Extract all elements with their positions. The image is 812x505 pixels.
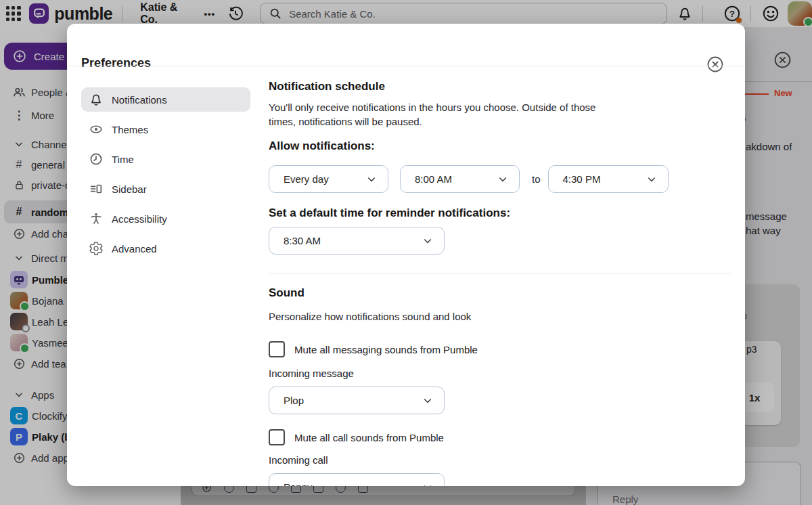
- preferences-modal: Preferences Notifications Themes: [67, 24, 745, 486]
- incoming-call-label: Incoming call: [269, 454, 731, 466]
- selected-value: Poppy: [284, 481, 313, 486]
- reminder-heading: Set a default time for reminder notifica…: [269, 206, 731, 220]
- start-time-select[interactable]: 8:00 AM: [400, 165, 520, 193]
- notifications-settings-content: Notification schedule You'll only receiv…: [269, 66, 731, 486]
- mute-calls-row: Mute all call sounds from Pumble: [269, 429, 731, 445]
- to-label: to: [532, 173, 541, 185]
- selected-value: 8:00 AM: [415, 173, 452, 185]
- sound-description: Personalize how notifications sound and …: [269, 309, 731, 324]
- chevron-down-icon: [366, 174, 377, 185]
- tab-notifications[interactable]: Notifications: [81, 87, 250, 112]
- eye-icon: [88, 122, 104, 137]
- tab-time[interactable]: Time: [81, 147, 250, 171]
- mute-messaging-row: Mute all messaging sounds from Pumble: [269, 341, 731, 357]
- schedule-controls-row: Every day 8:00 AM to 4:30 PM: [269, 165, 731, 193]
- incoming-message-label: Incoming message: [269, 368, 731, 379]
- chevron-down-icon: [646, 174, 657, 185]
- tab-label: Notifications: [112, 94, 167, 106]
- chevron-down-icon: [422, 236, 433, 246]
- allow-notifications-heading: Allow notifications:: [269, 139, 731, 153]
- clock-icon: [88, 152, 104, 167]
- chevron-down-icon: [497, 174, 508, 185]
- tab-label: Time: [112, 154, 134, 165]
- selected-value: 8:30 AM: [284, 235, 321, 246]
- tab-accessibility[interactable]: Accessibility: [81, 206, 250, 231]
- mute-calls-checkbox[interactable]: [269, 429, 285, 445]
- section-description: You'll only receive notifications in the…: [269, 100, 597, 129]
- section-divider: [269, 273, 731, 273]
- tab-label: Accessibility: [112, 213, 167, 225]
- bell-icon: [88, 92, 104, 107]
- accessibility-person-icon: [88, 211, 104, 226]
- tab-label: Themes: [112, 124, 148, 135]
- end-time-select[interactable]: 4:30 PM: [548, 165, 669, 193]
- section-heading-notification-schedule: Notification schedule: [269, 80, 731, 93]
- reminder-time-select[interactable]: 8:30 AM: [269, 227, 445, 255]
- checkbox-label: Mute all call sounds from Pumble: [294, 432, 444, 443]
- gear-icon: [88, 241, 104, 256]
- tab-themes[interactable]: Themes: [81, 117, 250, 141]
- chevron-down-icon: [422, 395, 433, 406]
- selected-value: 4:30 PM: [563, 173, 601, 185]
- checkbox-label: Mute all messaging sounds from Pumble: [294, 344, 478, 355]
- tab-advanced[interactable]: Advanced: [81, 236, 250, 261]
- tab-label: Advanced: [112, 243, 157, 255]
- preferences-nav: Notifications Themes Time: [81, 76, 250, 266]
- mute-messaging-checkbox[interactable]: [269, 341, 285, 357]
- chevron-down-icon: [422, 482, 433, 487]
- tab-sidebar[interactable]: Sidebar: [81, 177, 250, 201]
- tab-label: Sidebar: [112, 183, 147, 195]
- selected-value: Every day: [284, 173, 329, 185]
- incoming-message-select[interactable]: Plop: [269, 387, 445, 414]
- incoming-call-select[interactable]: Poppy: [269, 473, 445, 486]
- modal-title: Preferences: [81, 56, 151, 70]
- sidebar-layout-icon: [88, 181, 104, 196]
- sound-heading: Sound: [269, 286, 731, 300]
- day-select[interactable]: Every day: [269, 165, 388, 193]
- selected-value: Plop: [284, 395, 304, 406]
